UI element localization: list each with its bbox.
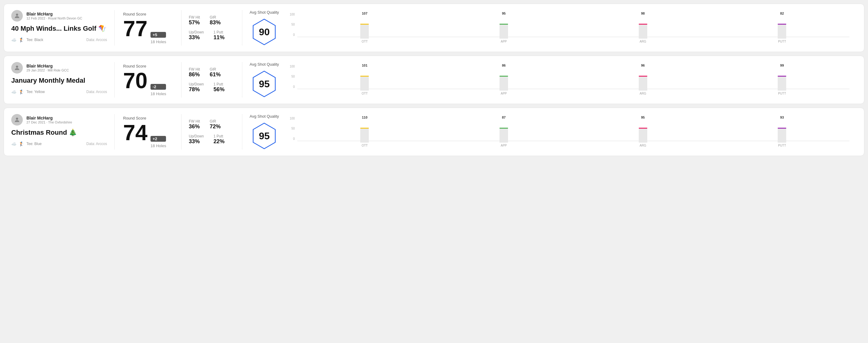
bar-group-app: 86APP <box>436 64 571 95</box>
score-label: Round Score <box>123 12 173 17</box>
tee-label: Tee: Yellow <box>26 90 45 94</box>
quality-label: Avg Shot Quality <box>250 10 279 14</box>
stats-section: FW Hit57%GIR83%Up/Down33%1 Putt11% <box>182 10 242 45</box>
bar-group-app: 95APP <box>436 11 571 43</box>
chart-wrapper: 100500107OTT95APP98ARG82PUTT <box>286 13 849 43</box>
avatar <box>11 114 23 126</box>
hex-score: 95 <box>259 130 270 142</box>
bar-group-putt: 93PUTT <box>714 116 849 147</box>
svg-point-2 <box>16 66 18 68</box>
score-label: Round Score <box>123 64 173 68</box>
weather-icon: ☁️ <box>11 142 17 146</box>
stat-stat1: FW Hit57% <box>189 15 200 26</box>
bar-group-arg: 95ARG <box>576 116 711 147</box>
user-meta: 12 Feb 2022 · Royal North Devon GC <box>26 17 82 20</box>
bar-group-putt: 82PUTT <box>714 11 849 43</box>
stat-stat1: Up/Down33% <box>189 30 204 41</box>
user-meta: 29 Jan 2022 · Mill Ride GCC <box>26 68 69 72</box>
card-footer: ☁️🏌️Tee: BlackData: Arccos <box>11 37 107 42</box>
card-footer: ☁️🏌️Tee: BlueData: Arccos <box>11 142 107 146</box>
weather-icon: ☁️ <box>11 37 17 42</box>
bag-icon: 🏌️ <box>19 142 24 146</box>
tee-info: ☁️🏌️Tee: Black <box>11 37 43 42</box>
tee-info: ☁️🏌️Tee: Blue <box>11 142 42 146</box>
stat-stat2: 1 Putt11% <box>213 30 224 41</box>
data-source: Data: Arccos <box>86 142 107 146</box>
card-left: Blair McHarg27 Dec 2021 · The Oxfordshir… <box>11 114 115 150</box>
round-card-3: Blair McHarg27 Dec 2021 · The Oxfordshir… <box>4 107 864 156</box>
tee-info: ☁️🏌️Tee: Yellow <box>11 89 45 94</box>
quality-left: Avg Shot Quality90 <box>250 10 279 45</box>
score-holes: 18 Holes <box>151 92 166 96</box>
hex-score: 90 <box>259 27 270 38</box>
avatar <box>11 10 23 22</box>
round-title: 40 Mph Winds... Links Golf 🪁 <box>11 25 107 33</box>
data-source: Data: Arccos <box>86 38 107 42</box>
score-main: 77+518 Holes <box>123 18 173 44</box>
hex-container: 95 <box>250 122 278 150</box>
bag-icon: 🏌️ <box>19 89 24 94</box>
score-badge: +5 <box>151 32 166 38</box>
svg-point-0 <box>16 14 18 16</box>
stat-stat2: GIR72% <box>210 119 221 130</box>
stat-stat1: FW Hit36% <box>189 119 200 130</box>
score-section: Round Score74+218 Holes <box>115 114 182 150</box>
tee-label: Tee: Black <box>26 38 43 42</box>
stats-section: FW Hit36%GIR72%Up/Down33%1 Putt22% <box>182 114 242 150</box>
bar-group-ott: 101OTT <box>297 64 432 95</box>
score-section: Round Score77+518 Holes <box>115 10 182 45</box>
svg-point-4 <box>16 118 18 120</box>
weather-icon: ☁️ <box>11 89 17 94</box>
stat-stat1: FW Hit86% <box>189 67 200 78</box>
bar-group-ott: 107OTT <box>297 11 432 43</box>
round-card-2: Blair McHarg29 Jan 2022 · Mill Ride GCCJ… <box>4 56 864 104</box>
stat-stat2: 1 Putt22% <box>213 134 224 145</box>
score-number: 70 <box>123 70 148 92</box>
hex-container: 90 <box>250 18 278 45</box>
round-title: January Monthly Medal <box>11 76 107 85</box>
user-name: Blair McHarg <box>26 64 69 68</box>
score-badge: +2 <box>151 136 166 142</box>
user-row: Blair McHarg27 Dec 2021 · The Oxfordshir… <box>11 114 107 126</box>
quality-section: Avg Shot Quality95100500101OTT86APP96ARG… <box>242 62 857 98</box>
round-card-1: Blair McHarg12 Feb 2022 · Royal North De… <box>4 4 864 52</box>
stat-stat1: Up/Down78% <box>189 82 204 93</box>
bag-icon: 🏌️ <box>19 37 24 42</box>
score-number: 74 <box>123 122 148 144</box>
bar-group-ott: 110OTT <box>297 116 432 147</box>
bar-group-app: 87APP <box>436 116 571 147</box>
avatar <box>11 62 23 73</box>
stat-stat2: 1 Putt56% <box>213 82 224 93</box>
score-main: 74+218 Holes <box>123 122 173 148</box>
score-label: Round Score <box>123 116 173 120</box>
score-badge: -2 <box>151 84 166 90</box>
tee-label: Tee: Blue <box>26 142 42 146</box>
score-number: 77 <box>123 18 148 39</box>
hex-container: 95 <box>250 70 278 98</box>
chart-wrapper: 100500101OTT86APP96ARG99PUTT <box>286 65 849 95</box>
data-source: Data: Arccos <box>86 90 107 94</box>
user-name: Blair McHarg <box>26 116 72 120</box>
user-row: Blair McHarg29 Jan 2022 · Mill Ride GCC <box>11 62 107 73</box>
card-footer: ☁️🏌️Tee: YellowData: Arccos <box>11 89 107 94</box>
quality-section: Avg Shot Quality90100500107OTT95APP98ARG… <box>242 10 857 45</box>
quality-left: Avg Shot Quality95 <box>250 114 279 150</box>
card-left: Blair McHarg29 Jan 2022 · Mill Ride GCCJ… <box>11 62 115 98</box>
score-holes: 18 Holes <box>151 144 166 148</box>
bar-group-putt: 99PUTT <box>714 64 849 95</box>
stat-stat1: Up/Down33% <box>189 134 204 145</box>
score-main: 70-218 Holes <box>123 70 173 96</box>
bar-group-arg: 98ARG <box>576 11 711 43</box>
chart-wrapper: 100500110OTT87APP95ARG93PUTT <box>286 117 849 147</box>
quality-label: Avg Shot Quality <box>250 62 279 67</box>
score-section: Round Score70-218 Holes <box>115 62 182 98</box>
stats-section: FW Hit86%GIR61%Up/Down78%1 Putt56% <box>182 62 242 98</box>
card-left: Blair McHarg12 Feb 2022 · Royal North De… <box>11 10 115 45</box>
stat-stat2: GIR83% <box>210 15 221 26</box>
score-holes: 18 Holes <box>151 39 166 44</box>
bar-group-arg: 96ARG <box>576 64 711 95</box>
quality-section: Avg Shot Quality95100500110OTT87APP95ARG… <box>242 114 857 150</box>
user-row: Blair McHarg12 Feb 2022 · Royal North De… <box>11 10 107 22</box>
user-name: Blair McHarg <box>26 11 82 17</box>
hex-score: 95 <box>259 79 270 90</box>
